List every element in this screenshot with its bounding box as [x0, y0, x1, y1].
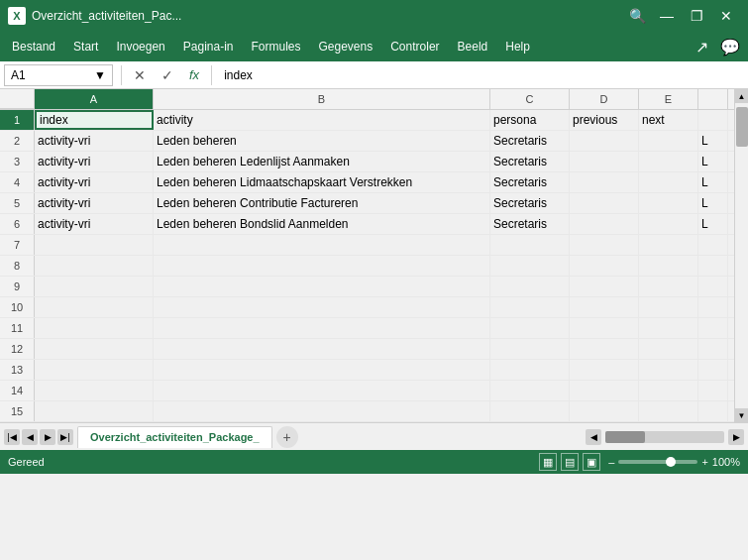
right-scrollbar[interactable]: ▲ ▼ — [734, 89, 748, 422]
cell-d[interactable] — [570, 360, 639, 380]
zoom-thumb[interactable] — [666, 457, 676, 467]
cell-f[interactable] — [698, 110, 728, 130]
cell-d[interactable] — [570, 339, 639, 359]
col-header-c[interactable]: C — [490, 89, 570, 109]
menu-help[interactable]: Help — [497, 36, 538, 57]
name-box[interactable]: A1 ▼ — [4, 64, 113, 86]
cell-d[interactable] — [570, 131, 639, 151]
close-button[interactable]: ✕ — [712, 2, 740, 30]
cell-f[interactable]: L — [698, 152, 728, 171]
cell-c[interactable]: Secretaris — [490, 214, 570, 234]
cell-d[interactable] — [570, 318, 639, 338]
cell-e[interactable] — [639, 235, 698, 255]
tab-nav-last[interactable]: ▶| — [57, 429, 73, 445]
page-layout-btn[interactable]: ▤ — [561, 453, 579, 471]
cell-b[interactable]: Leden beheren Lidmaatschapskaart Verstre… — [154, 172, 490, 192]
cell-c[interactable]: persona — [490, 110, 570, 130]
tab-nav-next[interactable]: ▶ — [40, 429, 55, 445]
cell-c[interactable] — [490, 339, 570, 359]
zoom-minus[interactable]: – — [608, 456, 614, 468]
tab-scrollbar-thumb[interactable] — [605, 431, 645, 443]
cell-d[interactable]: previous — [570, 110, 639, 130]
scroll-down-arrow[interactable]: ▼ — [735, 408, 749, 422]
col-header-d[interactable]: D — [570, 89, 639, 109]
cell-e[interactable] — [639, 339, 698, 359]
cell-e[interactable] — [639, 193, 698, 213]
cell-c[interactable]: Secretaris — [490, 152, 570, 171]
cell-d[interactable] — [570, 381, 639, 400]
cell-c[interactable] — [490, 360, 570, 380]
cell-b[interactable] — [154, 339, 490, 359]
cell-e[interactable] — [639, 318, 698, 338]
cell-a[interactable] — [35, 256, 154, 276]
cell-c[interactable] — [490, 256, 570, 276]
cell-e[interactable] — [639, 214, 698, 234]
cell-a[interactable] — [35, 401, 154, 421]
cell-f[interactable] — [698, 256, 728, 276]
cell-a[interactable]: activity-vri — [35, 172, 154, 192]
cell-c[interactable] — [490, 235, 570, 255]
col-header-b[interactable]: B — [154, 89, 490, 109]
cell-d[interactable] — [570, 297, 639, 317]
cell-d[interactable] — [570, 214, 639, 234]
cell-a[interactable]: activity-vri — [35, 193, 154, 213]
cell-b[interactable]: activity — [154, 110, 490, 130]
menu-bestand[interactable]: Bestand — [4, 36, 63, 57]
col-header-a[interactable]: A — [35, 89, 154, 109]
zoom-track[interactable] — [618, 460, 697, 464]
cell-f[interactable] — [698, 318, 728, 338]
cell-a[interactable] — [35, 277, 154, 296]
cell-f[interactable] — [698, 381, 728, 400]
cell-c[interactable] — [490, 297, 570, 317]
cell-f[interactable] — [698, 339, 728, 359]
cell-d[interactable] — [570, 152, 639, 171]
cell-b[interactable] — [154, 401, 490, 421]
cell-d[interactable] — [570, 256, 639, 276]
menu-gegevens[interactable]: Gegevens — [311, 36, 381, 57]
cell-e[interactable] — [639, 297, 698, 317]
cell-e[interactable] — [639, 152, 698, 171]
cell-d[interactable] — [570, 401, 639, 421]
comment-icon[interactable]: 💬 — [716, 36, 744, 58]
cell-b[interactable] — [154, 277, 490, 296]
cell-e[interactable]: next — [639, 110, 698, 130]
scroll-up-arrow[interactable]: ▲ — [735, 89, 749, 103]
cell-b[interactable] — [154, 381, 490, 400]
cell-d[interactable] — [570, 172, 639, 192]
cell-f[interactable]: L — [698, 214, 728, 234]
share-icon[interactable]: ↗ — [692, 36, 712, 58]
cell-e[interactable] — [639, 381, 698, 400]
cell-d[interactable] — [570, 193, 639, 213]
tab-scroll-left[interactable]: ◀ — [586, 429, 601, 445]
cell-b[interactable] — [154, 318, 490, 338]
cell-b[interactable]: Leden beheren Contributie Factureren — [154, 193, 490, 213]
cell-c[interactable] — [490, 318, 570, 338]
menu-controler[interactable]: Controler — [382, 36, 447, 57]
cell-f[interactable]: L — [698, 172, 728, 192]
cell-e[interactable] — [639, 401, 698, 421]
cell-c[interactable] — [490, 277, 570, 296]
cell-f[interactable]: L — [698, 131, 728, 151]
cell-e[interactable] — [639, 131, 698, 151]
menu-beeld[interactable]: Beeld — [450, 36, 496, 57]
cell-f[interactable]: L — [698, 193, 728, 213]
col-header-f[interactable] — [698, 89, 728, 109]
cell-a[interactable] — [35, 235, 154, 255]
cell-e[interactable] — [639, 256, 698, 276]
cell-e[interactable] — [639, 360, 698, 380]
cell-f[interactable] — [698, 401, 728, 421]
page-break-btn[interactable]: ▣ — [583, 453, 600, 471]
tab-scrollbar-track[interactable] — [605, 431, 724, 443]
cell-d[interactable] — [570, 235, 639, 255]
tab-nav-prev[interactable]: ◀ — [22, 429, 38, 445]
cell-b[interactable]: Leden beheren Bondslid Aanmelden — [154, 214, 490, 234]
cell-d[interactable] — [570, 277, 639, 296]
cell-f[interactable] — [698, 235, 728, 255]
cancel-icon[interactable]: ✕ — [130, 65, 150, 85]
tab-scroll-right[interactable]: ▶ — [728, 429, 744, 445]
cell-c[interactable] — [490, 401, 570, 421]
add-sheet-button[interactable]: + — [276, 426, 298, 448]
cell-f[interactable] — [698, 360, 728, 380]
cell-a[interactable]: activity-vri — [35, 152, 154, 171]
cell-b[interactable]: Leden beheren — [154, 131, 490, 151]
